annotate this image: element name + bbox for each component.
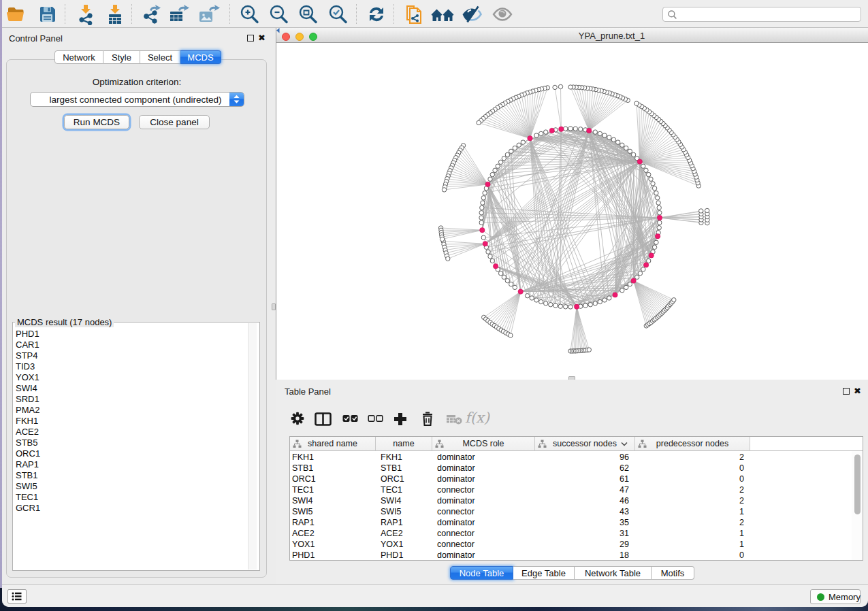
- zoom-fit-icon[interactable]: [297, 3, 319, 25]
- export-table-icon[interactable]: [167, 3, 189, 25]
- mcds-result-item[interactable]: ACE2: [14, 427, 246, 437]
- table-row[interactable]: FKH1FKH1dominator962: [290, 452, 848, 463]
- first-neighbors-icon[interactable]: [431, 3, 453, 25]
- table-cell: TEC1: [381, 484, 432, 495]
- run-mcds-button[interactable]: Run MCDS: [64, 115, 129, 129]
- mcds-result-item[interactable]: PHD1: [14, 329, 246, 340]
- control-tab-network[interactable]: Network: [54, 50, 103, 64]
- table-cell: ACE2: [292, 528, 372, 539]
- table-cell: 47: [535, 484, 629, 495]
- frame-maximize-icon[interactable]: [309, 33, 317, 41]
- mcds-list-scrollbar[interactable]: [248, 323, 257, 569]
- splitter-collapse-icon[interactable]: [276, 28, 280, 33]
- show-all-icon[interactable]: [492, 3, 513, 25]
- zoom-selected-icon[interactable]: [327, 3, 349, 25]
- table-tab-node-table[interactable]: Node Table: [450, 566, 513, 580]
- column-header-MCDS-role[interactable]: MCDS role: [432, 437, 535, 451]
- cytoscape-window: Control Panel ✖ NetworkStyleSelectMCDS O…: [2, 0, 868, 607]
- table-panel-float-icon[interactable]: [843, 388, 850, 395]
- frame-minimize-icon[interactable]: [295, 33, 304, 41]
- import-table-icon[interactable]: [104, 3, 126, 25]
- close-panel-button[interactable]: Close panel: [139, 115, 210, 129]
- table-row[interactable]: SWI5SWI5connector431: [290, 506, 848, 517]
- table-tab-network-table[interactable]: Network Table: [575, 566, 652, 580]
- table-row[interactable]: ACE2ACE2connector311: [290, 528, 848, 539]
- table-cell: RAP1: [381, 517, 432, 528]
- create-column-icon[interactable]: [393, 406, 408, 432]
- delete-table-icon[interactable]: [446, 406, 462, 432]
- task-history-button[interactable]: [7, 589, 27, 604]
- apply-layout-icon[interactable]: [366, 3, 387, 25]
- control-tab-mcds[interactable]: MCDS: [180, 50, 221, 64]
- table-cell: YOX1: [381, 539, 432, 550]
- export-network-icon[interactable]: [140, 3, 162, 25]
- control-panel-title: Control Panel: [9, 33, 63, 44]
- optimization-criterion-label: Optimization criterion:: [6, 77, 268, 87]
- hide-selected-icon[interactable]: [461, 3, 483, 25]
- import-network-icon[interactable]: [75, 3, 97, 25]
- mcds-result-item[interactable]: STB5: [14, 437, 246, 448]
- mcds-result-item[interactable]: TEC1: [14, 492, 246, 503]
- table-scrollbar[interactable]: [852, 451, 863, 560]
- memory-button[interactable]: Memory: [810, 589, 861, 604]
- function-builder-icon[interactable]: f(x): [465, 410, 489, 435]
- clone-network-icon[interactable]: [403, 3, 425, 25]
- control-panel-float-icon[interactable]: [247, 35, 254, 42]
- control-tab-style[interactable]: Style: [103, 50, 140, 64]
- table-cell: 0: [635, 550, 744, 561]
- mcds-result-item[interactable]: STP4: [14, 350, 246, 361]
- show-column-panel-icon[interactable]: [315, 406, 332, 432]
- column-header-predecessor-nodes[interactable]: predecessor nodes: [635, 437, 750, 451]
- mcds-result-item[interactable]: SWI5: [14, 481, 246, 492]
- network-canvas[interactable]: [276, 43, 868, 380]
- delete-column-icon[interactable]: [421, 406, 434, 432]
- mcds-result-list[interactable]: PHD1CAR1STP4TID3YOX1SWI4SRD1PMA2FKH1ACE2…: [14, 329, 246, 569]
- table-cell: SWI4: [381, 495, 432, 506]
- mcds-result-item[interactable]: ORC1: [14, 448, 246, 459]
- table-row[interactable]: ORC1ORC1dominator610: [290, 474, 848, 484]
- mcds-result-item[interactable]: FKH1: [14, 416, 246, 427]
- deselect-all-rows-icon[interactable]: [368, 406, 383, 432]
- table-cell: 46: [535, 495, 629, 506]
- search-input[interactable]: [679, 8, 856, 20]
- column-header-name[interactable]: name: [376, 437, 432, 451]
- table-tab-edge-table[interactable]: Edge Table: [513, 566, 575, 580]
- mcds-result-item[interactable]: PMA2: [14, 405, 246, 416]
- table-tab-motifs[interactable]: Motifs: [652, 566, 694, 580]
- table-cell: 2: [635, 484, 744, 495]
- table-row[interactable]: TEC1TEC1connector472: [290, 484, 848, 495]
- control-panel-close-icon[interactable]: ✖: [258, 35, 266, 42]
- column-header-successor-nodes[interactable]: successor nodes: [535, 437, 635, 451]
- criterion-dropdown[interactable]: largest connected component (undirected): [30, 92, 244, 107]
- vertical-splitter-handle[interactable]: [272, 303, 276, 310]
- table-settings-icon[interactable]: [291, 406, 304, 432]
- zoom-out-icon[interactable]: [268, 3, 289, 25]
- table-row[interactable]: RAP1RAP1dominator352: [290, 517, 848, 528]
- mcds-result-item[interactable]: YOX1: [14, 372, 246, 383]
- open-file-icon[interactable]: [5, 3, 27, 25]
- search-field[interactable]: [662, 7, 861, 22]
- table-cell: 1: [635, 539, 744, 550]
- mcds-result-item[interactable]: RAP1: [14, 459, 246, 470]
- mcds-result-item[interactable]: TID3: [14, 361, 246, 372]
- save-session-icon[interactable]: [37, 3, 59, 25]
- column-header-shared-name[interactable]: shared name: [290, 437, 376, 451]
- mcds-result-item[interactable]: STB1: [14, 470, 246, 481]
- mcds-result-item[interactable]: CAR1: [14, 340, 246, 350]
- export-image-icon[interactable]: [197, 3, 219, 25]
- zoom-in-icon[interactable]: [238, 3, 260, 25]
- mcds-result-item[interactable]: SWI4: [14, 383, 246, 394]
- frame-close-icon[interactable]: [282, 33, 290, 41]
- mcds-result-item[interactable]: SRD1: [14, 394, 246, 405]
- mcds-result-item[interactable]: GCR1: [14, 503, 246, 514]
- table-row[interactable]: SWI4SWI4dominator462: [290, 495, 848, 506]
- table-cell: STB1: [381, 463, 432, 474]
- table-row[interactable]: STB1STB1dominator620: [290, 463, 848, 474]
- select-all-rows-icon[interactable]: [342, 406, 358, 432]
- table-cell: dominator: [437, 463, 534, 474]
- table-scrollbar-thumb[interactable]: [854, 455, 861, 514]
- table-row[interactable]: YOX1YOX1connector291: [290, 539, 848, 550]
- control-tab-select[interactable]: Select: [140, 50, 180, 64]
- table-row[interactable]: PHD1PHD1dominator180: [290, 550, 848, 561]
- table-panel-close-icon[interactable]: ✖: [854, 388, 861, 395]
